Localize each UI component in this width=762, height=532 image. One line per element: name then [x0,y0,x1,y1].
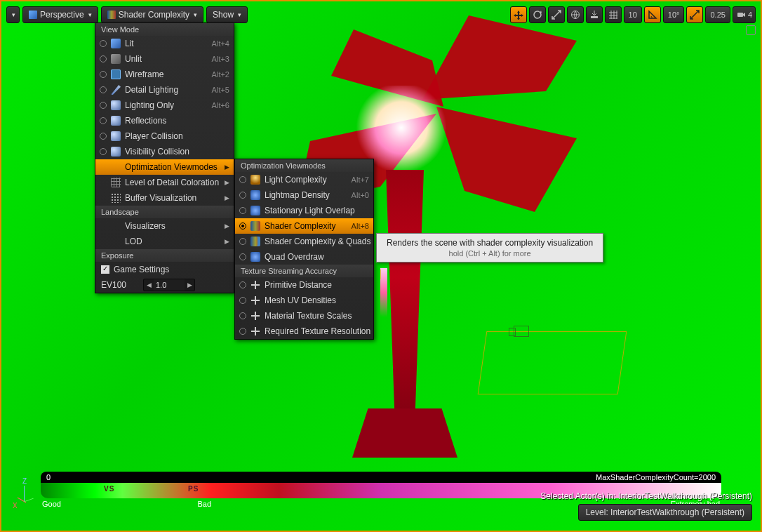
menu-item-primitive-distance[interactable]: Primitive Distance [235,277,373,293]
radio-icon [239,312,246,319]
chevron-right-icon: ▶ [225,238,229,245]
c-blu2-icon [250,206,260,215]
c-shad-icon [250,221,260,231]
chevron-left-icon[interactable]: ◀ [144,281,154,288]
viewmode-menu: View Mode LitAlt+4UnlitAlt+3WireframeAlt… [95,22,234,293]
submenu-header-opt: Optimization Viewmodes [235,159,373,172]
viewport-options-button[interactable]: ▾ [6,6,20,23]
menu-item-lod[interactable]: LOD▶ [95,234,234,249]
coord-space-button[interactable] [567,6,584,23]
selected-actors-label: Selected Actor(s) in: InteriorTestWalkth… [540,491,752,501]
c-blu2-icon [250,252,260,262]
menu-item-required-texture-resolution[interactable]: Required Texture Resolution [235,324,373,339]
menu-item-quad-overdraw[interactable]: Quad Overdraw [235,249,373,265]
shader-icon [107,11,116,19]
chevron-right-icon: ▶ [225,179,229,186]
scale-snap-value[interactable]: 0.25 [705,6,730,23]
menu-item-stationary-light-overlap[interactable]: Stationary Light Overlap [235,203,373,218]
grid-snap-value[interactable]: 10 [624,6,642,23]
ev100-spinner[interactable]: ◀ ▶ [143,279,195,291]
angle-snap-button[interactable] [644,6,661,23]
tooltip: Renders the scene with shader complexity… [376,233,603,262]
game-settings-row[interactable]: ✓ Game Settings [95,262,234,277]
scene-streak [380,268,387,317]
menu-item-lightmap-density[interactable]: Lightmap DensityAlt+0 [235,187,373,203]
radio-icon [100,117,107,124]
transform-scale-button[interactable] [548,6,565,23]
menu-item-material-texture-scales[interactable]: Material Texture Scales [235,308,373,324]
angle-snap-value[interactable]: 10° [663,6,685,23]
menu-item-player-collision[interactable]: Player Collision [95,128,234,144]
axis-gizmo[interactable]: ZX [14,481,42,510]
bar-vs: VS [104,485,114,493]
c-blue-icon [111,39,121,48]
radio-icon [100,148,107,155]
game-settings-label: Game Settings [114,265,169,274]
c-blu2-icon [250,190,260,200]
show-label: Show [213,10,234,20]
menu-item-optimization-viewmodes[interactable]: Optimization Viewmodes▶ [95,159,234,175]
menu-item-buffer-visualization[interactable]: Buffer Visualization▶ [95,190,234,206]
chevron-right-icon: ▶ [225,222,229,230]
c-cross-icon [250,311,260,321]
viewmode-label: Shader Complexity [119,10,189,20]
cube-icon [29,11,37,19]
scale-snap-button[interactable] [686,6,703,23]
optimization-submenu: Optimization Viewmodes Light ComplexityA… [234,159,374,340]
perspective-button[interactable]: Perspective▾ [22,6,98,23]
bar-zero: 0 [46,473,51,481]
c-wire-icon [111,69,121,79]
viewmode-button[interactable]: Shader Complexity▾ [101,6,203,23]
c-dots-icon [111,193,121,203]
menu-header-exposure: Exposure [95,249,234,262]
camera-speed-button[interactable]: 4 [733,6,756,23]
c-cross-icon [250,326,260,336]
radio-icon [100,102,107,109]
tooltip-text: Renders the scene with shader complexity… [387,238,593,248]
radio-icon [239,207,246,214]
chevron-right-icon[interactable]: ▶ [185,281,194,288]
grid-snap-button[interactable] [605,6,622,23]
radio-icon [239,192,246,199]
radio-icon [239,238,246,245]
chevron-right-icon: ▶ [225,194,229,201]
menu-item-wireframe[interactable]: WireframeAlt+2 [95,67,234,82]
menu-item-visibility-collision[interactable]: Visibility Collision [95,144,234,159]
menu-item-shader-complexity-quads[interactable]: Shader Complexity & Quads [235,234,373,249]
radio-icon [239,222,246,230]
menu-item-lighting-only[interactable]: Lighting OnlyAlt+6 [95,98,234,113]
radio-icon [239,281,246,288]
menu-header-viewmode: View Mode [95,23,234,36]
checkbox-icon[interactable]: ✓ [101,265,109,274]
menu-item-visualizers[interactable]: Visualizers▶ [95,218,234,234]
bar-bad: Bad [198,500,212,508]
surface-snap-button[interactable] [586,6,603,23]
c-shad2-icon [250,237,260,246]
menu-item-shader-complexity[interactable]: Shader ComplexityAlt+8 [235,218,373,234]
c-sph-icon [111,100,121,110]
transform-rotate-button[interactable] [529,6,546,23]
radio-icon [100,71,107,78]
menu-item-lit[interactable]: LitAlt+4 [95,36,234,51]
show-button[interactable]: Show▾ [206,6,248,23]
viewport[interactable]: ▾ Perspective▾ Shader Complexity▾ Show▾ … [0,0,762,532]
menu-item-unlit[interactable]: UnlitAlt+3 [95,51,234,67]
perspective-label: Perspective [40,10,84,20]
menu-item-light-complexity[interactable]: Light ComplexityAlt+7 [235,172,373,187]
svg-rect-3 [737,13,743,17]
bar-max: MaxShaderComplexityCount=2000 [596,473,716,481]
maximize-viewport-button[interactable] [746,25,756,35]
radio-icon [100,40,107,47]
toolbar-left: ▾ Perspective▾ Shader Complexity▾ Show▾ [6,6,248,23]
ev100-input[interactable] [154,279,185,291]
menu-item-level-of-detail-coloration[interactable]: Level of Detail Coloration▶ [95,175,234,190]
menu-item-detail-lighting[interactable]: Detail LightingAlt+5 [95,82,234,98]
transform-select-button[interactable] [510,6,527,23]
menu-item-reflections[interactable]: Reflections [95,113,234,128]
radio-icon [100,55,107,62]
radio-icon [100,86,107,93]
bar-ps: PS [188,485,199,493]
menu-item-mesh-uv-densities[interactable]: Mesh UV Densities [235,293,373,308]
ev100-label: EV100 [101,280,139,290]
level-label[interactable]: Level: InteriorTestWalkthrough (Persiste… [578,504,752,521]
